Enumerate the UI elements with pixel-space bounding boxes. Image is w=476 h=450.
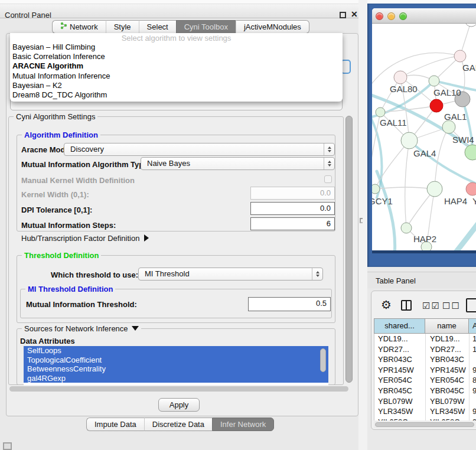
tab-style[interactable]: Style: [106, 20, 139, 34]
stepper-icon[interactable]: [324, 158, 334, 169]
mi-algorithm-type-value: Naive Bayes: [147, 158, 190, 169]
tab-jactivemnodules[interactable]: jActiveMNodules: [236, 20, 309, 34]
close-icon[interactable]: ✕: [351, 9, 358, 19]
gear-icon[interactable]: ⚙: [381, 298, 392, 312]
apply-button[interactable]: Apply: [158, 398, 200, 412]
tab-label: Network: [70, 21, 98, 34]
table-cell: YLR345W: [374, 406, 425, 417]
hub-definition-toggle[interactable]: Hub/Transcription Factor Definition: [21, 234, 149, 243]
network-node[interactable]: [401, 132, 418, 149]
network-node[interactable]: [372, 184, 380, 194]
network-node[interactable]: [429, 76, 439, 86]
minimize-traffic-light[interactable]: [387, 12, 395, 20]
unselect-all-icon[interactable]: ☐☐: [442, 301, 461, 311]
divider-handle-icon[interactable]: [360, 218, 363, 223]
float-window-icon[interactable]: [340, 12, 346, 18]
attribute-item-gal4rgexp[interactable]: gal4RGexp: [24, 374, 328, 383]
attribute-item-betweennesscentrality[interactable]: BetweennessCentrality: [24, 364, 328, 374]
network-node[interactable]: [454, 50, 466, 62]
network-node[interactable]: [394, 71, 407, 84]
tab-cyni-toolbox[interactable]: Cyni Toolbox: [176, 20, 236, 34]
network-window: GAL80GAL10GAL1GAL11GAL4SWI4GCY1HAP4YHAP2…: [372, 8, 476, 250]
network-window-shadow: [372, 250, 476, 253]
network-node[interactable]: [465, 24, 476, 27]
node-label-gal10: GAL10: [433, 87, 461, 97]
tab-label: Impute Data: [94, 418, 136, 431]
tab-select[interactable]: Select: [139, 20, 176, 34]
network-window-titlebar[interactable]: [372, 8, 476, 24]
mi-threshold-definition-legend: MI Threshold Definition: [25, 285, 115, 294]
network-node[interactable]: [401, 223, 412, 233]
attribute-item-selfloops[interactable]: SelfLoops: [24, 346, 328, 356]
network-node[interactable]: [466, 182, 476, 195]
column-header-shared-name[interactable]: shared...: [374, 318, 425, 334]
close-traffic-light[interactable]: [376, 12, 383, 20]
control-panel-title: Control Panel: [5, 11, 51, 19]
table-cell: 9: [469, 417, 476, 420]
hub-definition-label: Hub/Transcription Factor Definition: [21, 234, 139, 243]
stepper-icon[interactable]: [324, 144, 334, 155]
manual-kernel-checkbox[interactable]: [324, 175, 332, 183]
algorithm-dropdown-list: Bayesian – Hill ClimbingBasic Correlatio…: [10, 43, 343, 100]
dpi-tolerance-field[interactable]: 0.0: [250, 202, 335, 215]
columns-icon[interactable]: [401, 300, 412, 311]
tab-discretize-data[interactable]: Discretize Data: [144, 418, 212, 431]
mi-algorithm-type-select[interactable]: Naive Bayes: [141, 157, 335, 170]
table-cell: 9.: [469, 365, 476, 376]
tab-infer-network[interactable]: Infer Network: [212, 418, 274, 431]
new-table-icon[interactable]: [466, 298, 476, 312]
settings-horizontal-scrollbar[interactable]: [9, 386, 348, 392]
sources-legend[interactable]: Sources for Network Inference: [22, 324, 141, 333]
mi-threshold-field[interactable]: 0.5: [248, 297, 331, 311]
zoom-traffic-light[interactable]: [399, 12, 407, 20]
network-canvas[interactable]: GAL80GAL10GAL1GAL11GAL4SWI4GCY1HAP4YHAP2…: [372, 24, 476, 250]
table-row[interactable]: YDL19...YDL19...13: [374, 334, 476, 344]
settings-vertical-scrollbar[interactable]: [345, 116, 353, 383]
network-node[interactable]: [442, 120, 455, 133]
network-node[interactable]: [465, 145, 476, 160]
table-cell: [469, 354, 476, 365]
tab-label: Cyni Toolbox: [184, 21, 228, 34]
attribute-item-topologicalcoefficient[interactable]: TopologicalCoefficient: [24, 356, 328, 365]
dropdown-item-dream8-dc-tdc-algorithm[interactable]: Dream8 DC_TDC Algorithm: [10, 90, 343, 100]
table-row[interactable]: YBR043CYBR043C: [374, 354, 476, 365]
table-row[interactable]: YLR345WYLR345W9.: [374, 406, 476, 417]
network-edge: [405, 141, 409, 228]
tab-impute-data[interactable]: Impute Data: [86, 418, 144, 431]
table-row[interactable]: YPR145WYPR145W9.: [374, 365, 476, 376]
kernel-width-field[interactable]: 0.0: [250, 187, 335, 200]
mi-steps-label: Mutual Information Steps:: [21, 221, 116, 230]
minimized-panel-icon[interactable]: [3, 442, 12, 450]
table-row[interactable]: YDR27...YDR27...12: [374, 344, 476, 355]
table-cell: 8.: [469, 375, 476, 386]
table-row[interactable]: YBL079WYBL079W: [374, 396, 476, 407]
table-cell: YER054C: [425, 375, 469, 386]
network-node[interactable]: [376, 107, 385, 117]
dropdown-item-bayesian-k2[interactable]: Bayesian – K2: [10, 81, 343, 90]
column-header-name[interactable]: name: [425, 318, 469, 334]
dropdown-item-aracne-algorithm[interactable]: ARACNE Algorithm: [10, 61, 343, 71]
attributes-scrollbar[interactable]: [320, 348, 326, 372]
dropdown-item-bayesian-hill-climbing[interactable]: Bayesian – Hill Climbing: [10, 43, 343, 52]
table-row[interactable]: YIL052CYIL052C9: [374, 417, 476, 420]
split-pane-divider[interactable]: [358, 0, 367, 450]
tab-network[interactable]: Network: [52, 20, 106, 34]
dropdown-item-mutual-information-inference[interactable]: Mutual Information Inference: [10, 71, 343, 81]
dropdown-item-basic-correlation-inference[interactable]: Basic Correlation Inference: [10, 52, 343, 61]
mi-steps-field[interactable]: 6: [250, 217, 335, 230]
select-all-icon[interactable]: ☑☑: [422, 301, 441, 311]
table-row[interactable]: YER054CYER054C8.: [374, 375, 476, 386]
which-threshold-select[interactable]: MI Threshold: [138, 268, 323, 281]
table-row[interactable]: YBR045CYBR045C9.: [374, 386, 476, 396]
stepper-icon[interactable]: [312, 268, 322, 280]
node-label-hap4: HAP4: [444, 196, 467, 206]
mi-threshold-label: Mutual Information Threshold:: [26, 300, 137, 309]
network-node[interactable]: [427, 181, 442, 197]
aracne-mode-select[interactable]: Discovery: [64, 143, 335, 156]
network-node[interactable]: [430, 99, 443, 112]
column-header-clipped[interactable]: A: [469, 318, 476, 334]
table-hscrollbar[interactable]: [375, 422, 474, 427]
aracne-mode-value: Discovery: [70, 144, 104, 155]
dpi-tolerance-label: DPI Tolerance [0,1]:: [21, 206, 92, 214]
which-threshold-value: MI Threshold: [145, 268, 190, 280]
